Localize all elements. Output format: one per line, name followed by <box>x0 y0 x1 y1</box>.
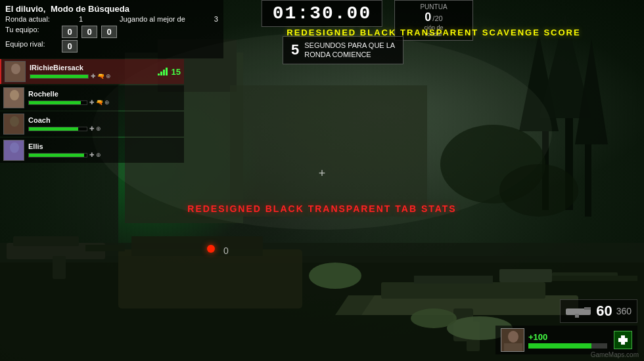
medkit-icon <box>614 331 632 349</box>
team-score-2: 0 <box>81 26 97 38</box>
round-countdown-banner: 5 SEGUNDOS PARA QUE LA RONDA COMIENCE <box>283 36 403 64</box>
red-dot-indicator <box>207 245 215 253</box>
watermark: GameMaps.com <box>591 351 639 358</box>
player-info: Rochelle✚🔫⊕ <box>28 90 181 106</box>
player-info: Coach✚⊕ <box>28 116 181 132</box>
svg-rect-45 <box>584 307 591 310</box>
player-avatar <box>3 114 24 135</box>
medpen-icon: ✚ <box>89 99 95 106</box>
player-avatar <box>3 87 24 108</box>
rival-team-score-row: Equipo rival: 0 <box>5 40 218 53</box>
player-icons: ✚⊕ <box>89 152 101 158</box>
player-health-fill <box>30 75 88 78</box>
svg-rect-18 <box>381 282 545 299</box>
player-name: Rochelle <box>28 90 181 98</box>
ammo-total: 360 <box>616 306 632 316</box>
player-name: Coach <box>28 116 181 124</box>
player-list-item: Coach✚⊕ <box>0 112 184 137</box>
hud-bottomright: 60 360 +100 <box>495 299 637 354</box>
player-health-bar <box>28 127 87 131</box>
yellow-hud-label: REDESIGNED BLACK TRANSPARENT SCAVENGE SC… <box>223 28 644 37</box>
svg-rect-51 <box>618 338 628 342</box>
player-score: 15 <box>172 67 181 77</box>
svg-point-27 <box>411 308 457 328</box>
grenade-icon: ⊕ <box>104 99 110 106</box>
round-countdown-number: 5 <box>291 41 299 58</box>
my-team-score-row: Tu equipo: 0 0 0 <box>5 26 218 38</box>
ammo-display: 60 360 <box>560 299 637 323</box>
ammo-icon: 🔫 <box>96 99 103 106</box>
team-score-3: 0 <box>101 26 117 38</box>
svg-rect-37 <box>7 101 22 108</box>
health-info: +100 <box>528 332 607 349</box>
signal-bars <box>158 68 168 75</box>
red-hud-label: REDESIGNED BLACK TRANSPARENT TAB STATS <box>187 203 456 214</box>
signal-bar <box>158 74 160 75</box>
grenade-icon: ⊕ <box>106 73 111 79</box>
medpen-icon: ✚ <box>89 125 95 132</box>
crosshair: + <box>315 167 329 180</box>
bottom-health-fill <box>528 343 591 349</box>
player-name: Ellis <box>28 142 181 150</box>
player-bar-row: ✚🔫⊕ <box>30 73 154 79</box>
player-health-bar <box>30 74 89 79</box>
weapon-icon <box>566 305 592 318</box>
floating-item-count: 0 <box>223 245 229 256</box>
round-num: 1 <box>79 15 83 23</box>
score-panel-max: /20 <box>432 14 442 22</box>
grenade-icon: ⊕ <box>96 125 101 132</box>
player-name: IRichieBiersack <box>30 64 154 72</box>
ammo-current: 60 <box>596 303 612 320</box>
player-health-fill <box>29 101 81 104</box>
svg-point-36 <box>10 90 19 100</box>
bottom-health-bar <box>528 343 607 349</box>
round-info-row: Ronda actual: 1 Jugando al mejor de 3 <box>5 15 218 23</box>
signal-bar <box>166 68 168 75</box>
round-label: Ronda actual: <box>5 15 50 23</box>
medpen-icon: ✚ <box>91 73 96 79</box>
svg-rect-31 <box>53 256 66 279</box>
round-banner-text1: SEGUNDOS PARA QUE LA <box>304 41 395 50</box>
svg-rect-46 <box>575 314 579 318</box>
svg-rect-25 <box>414 276 493 284</box>
timer-area: 01:30.00 <box>262 0 382 27</box>
team-score-1: 0 <box>62 26 78 38</box>
player-icons: ✚⊕ <box>89 125 101 132</box>
best-of-label: Jugando al mejor de <box>120 15 185 23</box>
player-bar-row: ✚⊕ <box>28 152 181 158</box>
player-list-item: Ellis✚⊕ <box>0 138 184 163</box>
svg-point-42 <box>10 142 19 153</box>
player-bar-row: ✚⊕ <box>28 125 181 132</box>
svg-rect-19 <box>499 269 552 282</box>
player-info: Ellis✚⊕ <box>28 142 181 158</box>
player-icons: ✚🔫⊕ <box>89 99 110 106</box>
round-banner-text2: RONDA COMIENCE <box>304 50 395 59</box>
team-scores: Tu equipo: 0 0 0 Equipo rival: 0 <box>5 26 218 53</box>
player-health-fill <box>29 154 84 157</box>
svg-rect-49 <box>504 343 522 352</box>
health-display: +100 <box>495 326 637 354</box>
player-health-fill <box>29 127 78 131</box>
player-avatar <box>5 61 26 82</box>
timer-box: 01:30.00 <box>262 0 382 27</box>
rival-label: Equipo rival: <box>5 40 58 53</box>
medpen-icon: ✚ <box>89 152 95 158</box>
map-name: El diluvio, <box>5 4 45 14</box>
rival-score: 0 <box>62 40 78 53</box>
map-title: El diluvio, Modo de Búsqueda <box>5 4 218 14</box>
signal-bar <box>160 72 162 75</box>
health-bonus-label: +100 <box>528 332 607 342</box>
svg-rect-29 <box>13 236 79 246</box>
score-panel-title: PUNTUA <box>400 3 467 11</box>
secondary-weapon-view <box>0 217 131 295</box>
timer-display: 01:30.00 <box>273 3 371 24</box>
svg-rect-23 <box>552 276 637 281</box>
game-mode: Modo de Búsqueda <box>51 4 129 14</box>
ammo-icon: 🔫 <box>97 73 104 79</box>
best-of-num: 3 <box>214 15 218 23</box>
svg-point-33 <box>11 64 20 74</box>
player-health-bar <box>28 100 87 105</box>
player-icons: ✚🔫⊕ <box>91 73 111 79</box>
player-avatar <box>3 140 24 161</box>
svg-point-39 <box>10 116 19 127</box>
